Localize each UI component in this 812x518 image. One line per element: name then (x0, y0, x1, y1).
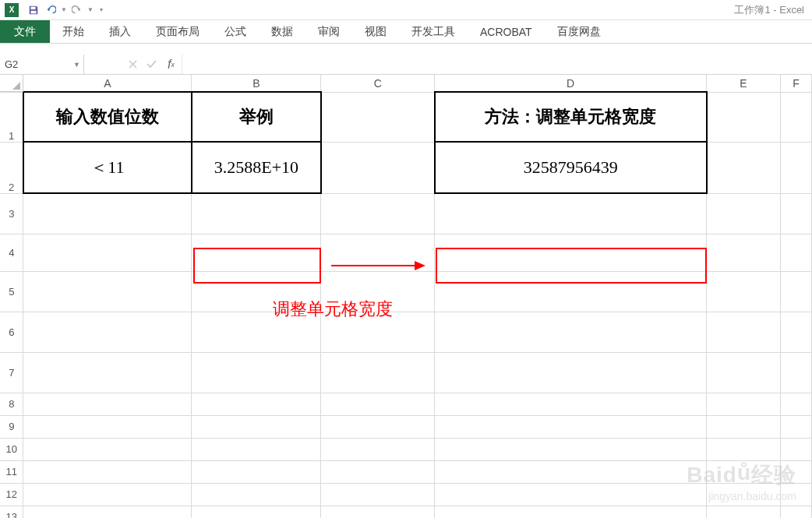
cell-F3[interactable] (780, 193, 811, 234)
cell-F5[interactable] (780, 271, 811, 312)
cell-A13[interactable] (23, 506, 192, 518)
tab-page-layout[interactable]: 页面布局 (143, 20, 212, 43)
cell-B4[interactable] (192, 234, 321, 271)
cell-A2[interactable]: ＜11 (23, 142, 192, 193)
dropdown-caret-icon[interactable]: ▼ (61, 6, 67, 13)
cell-A9[interactable] (23, 415, 192, 438)
dropdown-caret-icon[interactable]: ▼ (87, 6, 94, 13)
cell-C12[interactable] (321, 483, 435, 506)
cell-D1[interactable]: 方法：调整单元格宽度 (435, 92, 707, 142)
tab-view[interactable]: 视图 (352, 20, 399, 43)
cell-D12[interactable] (435, 483, 707, 506)
cell-B12[interactable] (192, 483, 321, 506)
formula-input[interactable] (182, 55, 812, 74)
col-header-D[interactable]: D (435, 75, 707, 92)
tab-file[interactable]: 文件 (0, 20, 50, 43)
undo-button[interactable] (42, 2, 59, 19)
cell-E6[interactable] (707, 312, 781, 352)
cell-D5[interactable] (435, 271, 707, 312)
cell-B9[interactable] (192, 415, 321, 438)
cell-C13[interactable] (321, 506, 435, 518)
cell-E7[interactable] (707, 352, 781, 393)
cell-B5[interactable] (192, 271, 321, 312)
tab-acrobat[interactable]: ACROBAT (468, 20, 545, 43)
cell-D4[interactable] (435, 234, 707, 271)
row-header-3[interactable]: 3 (0, 193, 23, 234)
cell-E2[interactable] (707, 142, 781, 193)
cell-B3[interactable] (192, 193, 321, 234)
cell-C11[interactable] (321, 460, 435, 483)
cell-F4[interactable] (780, 234, 811, 271)
row-header-13[interactable]: 13 (0, 506, 23, 518)
row-header-4[interactable]: 4 (0, 234, 23, 271)
row-header-11[interactable]: 11 (0, 460, 23, 483)
tab-data[interactable]: 数据 (259, 20, 305, 43)
cell-E3[interactable] (707, 193, 781, 234)
cell-B7[interactable] (192, 352, 321, 393)
cell-F11[interactable] (780, 460, 811, 483)
cell-E9[interactable] (707, 415, 781, 438)
cell-F1[interactable] (780, 92, 811, 142)
save-button[interactable] (25, 2, 42, 19)
col-header-E[interactable]: E (707, 75, 781, 92)
row-header-7[interactable]: 7 (0, 352, 23, 393)
qat-customize-caret[interactable]: ▾ (100, 6, 103, 13)
row-header-10[interactable]: 10 (0, 438, 23, 460)
cell-E4[interactable] (707, 234, 781, 271)
row-header-12[interactable]: 12 (0, 483, 23, 506)
row-header-8[interactable]: 8 (0, 393, 23, 415)
cell-B13[interactable] (192, 506, 321, 518)
cell-F13[interactable] (780, 506, 811, 518)
cell-E12[interactable] (707, 483, 781, 506)
cell-C2[interactable] (321, 142, 435, 193)
cell-C5[interactable] (321, 271, 435, 312)
tab-home[interactable]: 开始 (50, 20, 97, 43)
cell-F9[interactable] (780, 415, 811, 438)
tab-review[interactable]: 审阅 (305, 20, 352, 43)
cell-C6[interactable] (321, 312, 435, 352)
cell-A12[interactable] (23, 483, 192, 506)
cell-C9[interactable] (321, 415, 435, 438)
tab-baidu-netdisk[interactable]: 百度网盘 (545, 20, 613, 43)
cell-D3[interactable] (435, 193, 707, 234)
cell-A8[interactable] (23, 393, 192, 415)
cell-E10[interactable] (707, 438, 781, 460)
cell-C10[interactable] (321, 438, 435, 460)
col-header-A[interactable]: A (23, 75, 192, 92)
cell-B1[interactable]: 举例 (192, 92, 321, 142)
row-header-2[interactable]: 2 (0, 142, 23, 193)
row-header-1[interactable]: 1 (0, 92, 23, 142)
row-header-5[interactable]: 5 (0, 271, 23, 312)
cell-B10[interactable] (192, 438, 321, 460)
cell-D9[interactable] (435, 415, 707, 438)
cell-E11[interactable] (707, 460, 781, 483)
cell-A4[interactable] (23, 234, 192, 271)
cell-E13[interactable] (707, 506, 781, 518)
col-header-F[interactable]: F (780, 75, 811, 92)
cell-D8[interactable] (435, 393, 707, 415)
row-header-6[interactable]: 6 (0, 312, 23, 352)
row-header-9[interactable]: 9 (0, 415, 23, 438)
cell-B8[interactable] (192, 393, 321, 415)
cell-A6[interactable] (23, 312, 192, 352)
cell-F8[interactable] (780, 393, 811, 415)
cell-D2[interactable]: 32587956439 (435, 142, 707, 193)
name-box-dropdown-icon[interactable]: ▼ (73, 61, 80, 69)
tab-developer[interactable]: 开发工具 (399, 20, 468, 43)
cell-B11[interactable] (192, 460, 321, 483)
cell-A3[interactable] (23, 193, 192, 234)
cell-B6[interactable] (192, 312, 321, 352)
cell-C3[interactable] (321, 193, 435, 234)
cell-D6[interactable] (435, 312, 707, 352)
cell-A1[interactable]: 输入数值位数 (23, 92, 192, 142)
col-header-C[interactable]: C (321, 75, 435, 92)
cell-C8[interactable] (321, 393, 435, 415)
redo-button[interactable] (69, 2, 86, 19)
insert-function-button[interactable]: fx (161, 55, 182, 74)
cell-D7[interactable] (435, 352, 707, 393)
cell-E8[interactable] (707, 393, 781, 415)
cell-F7[interactable] (780, 352, 811, 393)
cell-C1[interactable] (321, 92, 435, 142)
tab-formulas[interactable]: 公式 (212, 20, 259, 43)
cell-D13[interactable] (435, 506, 707, 518)
